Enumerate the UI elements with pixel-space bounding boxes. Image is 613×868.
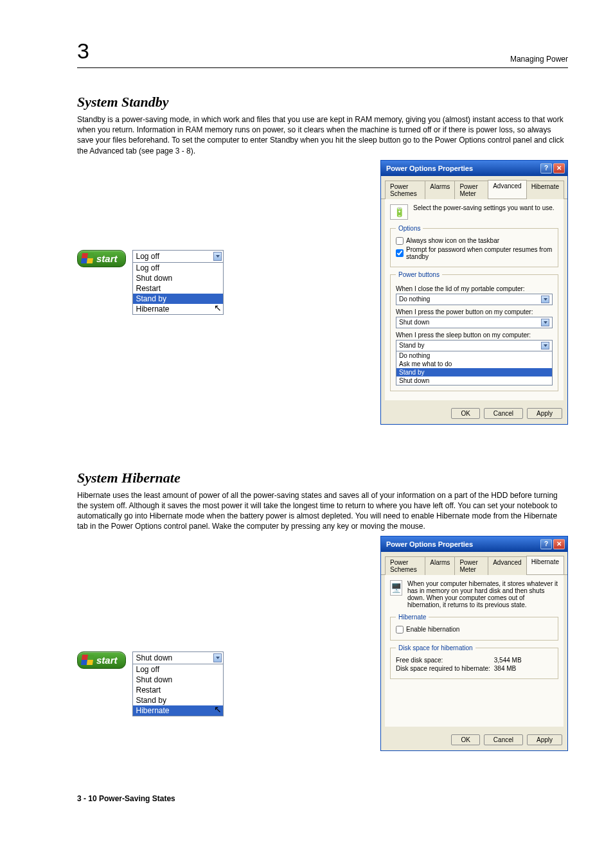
combo-option[interactable]: Hibernate xyxy=(133,304,223,314)
dropdown-option[interactable]: Ask me what to do xyxy=(396,360,552,368)
monitor-icon: 🖥️ xyxy=(390,580,402,596)
panel-description: Select the power-saving settings you wan… xyxy=(413,204,555,211)
sleep-button-dropdown[interactable]: Do nothing Ask me what to do Stand by Sh… xyxy=(396,351,553,385)
chevron-down-icon[interactable] xyxy=(541,342,549,350)
start-button-label: start xyxy=(96,655,118,666)
tab-strip: Power Schemes Alarms Power Meter Advance… xyxy=(381,552,567,575)
dialog-title: Power Options Properties xyxy=(386,164,539,172)
tab-power-schemes[interactable]: Power Schemes xyxy=(385,181,425,199)
standby-paragraph: Standby is a power-saving mode, in which… xyxy=(77,114,568,156)
combo-selected[interactable]: Log off xyxy=(133,251,223,263)
sleep-button-select[interactable]: Stand by xyxy=(396,340,553,351)
combo-option[interactable]: Shut down xyxy=(133,675,223,685)
dropdown-option[interactable]: Stand by xyxy=(396,368,552,376)
start-button[interactable]: start xyxy=(77,250,126,267)
tab-alarms[interactable]: Alarms xyxy=(425,181,455,199)
cursor-icon: ↖ xyxy=(214,704,222,714)
tab-advanced[interactable]: Advanced xyxy=(488,556,526,575)
panel-description: When your computer hibernates, it stores… xyxy=(407,580,558,608)
dropdown-option[interactable]: Do nothing xyxy=(396,351,552,360)
page-header: 3 Managing Power xyxy=(77,39,568,68)
tab-alarms[interactable]: Alarms xyxy=(425,556,455,575)
chapter-name: Managing Power xyxy=(510,55,568,64)
cancel-button[interactable]: Cancel xyxy=(484,734,523,745)
cancel-button[interactable]: Cancel xyxy=(484,408,523,419)
hibernate-heading: System Hibernate xyxy=(77,470,568,486)
tab-power-meter[interactable]: Power Meter xyxy=(454,556,488,575)
battery-icon: 🔋 xyxy=(390,204,408,220)
tab-hibernate[interactable]: Hibernate xyxy=(526,556,564,574)
chevron-down-icon[interactable] xyxy=(541,319,549,326)
power-options-dialog-advanced: Power Options Properties ? ✕ Power Schem… xyxy=(380,160,568,425)
power-options-dialog-hibernate: Power Options Properties ? ✕ Power Schem… xyxy=(380,536,568,751)
close-button[interactable]: ✕ xyxy=(553,539,565,549)
hibernate-paragraph: Hibernate uses the least amount of power… xyxy=(77,490,568,532)
start-button-label: start xyxy=(96,253,118,264)
lid-select[interactable]: Do nothing xyxy=(396,294,553,305)
dropdown-option[interactable]: Shut down xyxy=(396,376,552,385)
power-buttons-fieldset: Power buttons When I close the lid of my… xyxy=(390,271,558,391)
disk-space-fieldset: Disk space for hibernation Free disk spa… xyxy=(390,644,558,679)
combo-option[interactable]: Log off xyxy=(133,263,223,273)
power-button-select[interactable]: Shut down xyxy=(396,317,553,328)
tab-power-schemes[interactable]: Power Schemes xyxy=(385,556,425,575)
apply-button[interactable]: Apply xyxy=(527,734,562,745)
combo-option[interactable]: Stand by xyxy=(133,695,223,705)
titlebar[interactable]: Power Options Properties ? ✕ xyxy=(381,161,567,176)
chapter-number: 3 xyxy=(77,39,89,64)
shutdown-combo[interactable]: Log off Log off Shut down Restart Stand … xyxy=(132,250,224,315)
combo-option[interactable]: Stand by xyxy=(133,294,223,304)
combo-option[interactable]: Shut down xyxy=(133,273,223,283)
chevron-down-icon[interactable] xyxy=(213,653,222,662)
shutdown-combo[interactable]: Shut down Log off Shut down Restart Stan… xyxy=(132,651,224,716)
cursor-icon: ↖ xyxy=(214,303,222,313)
page-footer: 3 - 10 Power-Saving States xyxy=(77,793,568,804)
combo-option[interactable]: Restart xyxy=(133,283,223,294)
combo-option[interactable]: Restart xyxy=(133,685,223,695)
apply-button[interactable]: Apply xyxy=(527,408,562,419)
checkbox-prompt-password[interactable]: Prompt for password when computer resume… xyxy=(396,246,553,260)
tab-power-meter[interactable]: Power Meter xyxy=(454,181,488,199)
help-button[interactable]: ? xyxy=(540,163,552,173)
start-button[interactable]: start xyxy=(77,651,126,669)
chevron-down-icon[interactable] xyxy=(541,296,549,303)
free-disk-space: Free disk space: 3,544 MB xyxy=(396,657,553,664)
options-fieldset: Options Always show icon on the taskbar … xyxy=(390,225,558,267)
combo-option[interactable]: Hibernate xyxy=(133,705,223,716)
standby-heading: System Standby xyxy=(77,94,568,111)
dialog-title: Power Options Properties xyxy=(386,540,539,548)
checkbox-always-show-icon[interactable]: Always show icon on the taskbar xyxy=(396,237,553,245)
power-button-label: When I press the power button on my comp… xyxy=(396,308,553,315)
sleep-button-label: When I press the sleep button on my comp… xyxy=(396,332,553,339)
ok-button[interactable]: OK xyxy=(451,408,479,419)
help-button[interactable]: ? xyxy=(540,539,552,549)
ok-button[interactable]: OK xyxy=(451,734,479,745)
lid-label: When I close the lid of my portable comp… xyxy=(396,285,553,292)
windows-flag-icon xyxy=(81,253,94,263)
windows-flag-icon xyxy=(81,655,94,665)
tab-strip: Power Schemes Alarms Power Meter Advance… xyxy=(381,176,567,199)
tab-advanced[interactable]: Advanced xyxy=(488,180,526,199)
checkbox-enable-hibernation[interactable]: Enable hibernation xyxy=(396,626,553,633)
combo-selected[interactable]: Shut down xyxy=(133,652,223,664)
hibernate-fieldset: Hibernate Enable hibernation xyxy=(390,614,558,641)
required-disk-space: Disk space required to hibernate: 384 MB xyxy=(396,665,553,672)
tab-hibernate[interactable]: Hibernate xyxy=(526,181,564,199)
combo-option[interactable]: Log off xyxy=(133,664,223,675)
titlebar[interactable]: Power Options Properties ? ✕ xyxy=(381,536,567,552)
close-button[interactable]: ✕ xyxy=(553,163,565,173)
chevron-down-icon[interactable] xyxy=(213,252,222,261)
